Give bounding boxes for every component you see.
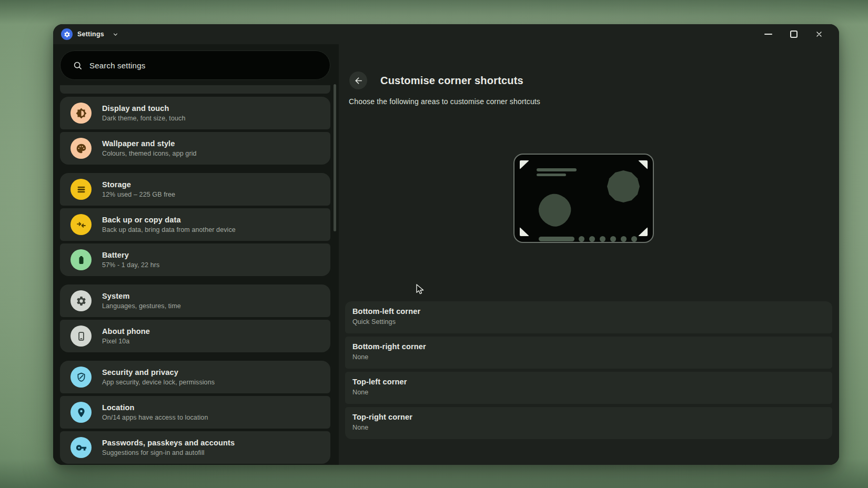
sidebar-group: Display and touch Dark theme, font size,… [60, 97, 330, 165]
maximize-icon [790, 30, 798, 38]
corner-row-title: Top-left corner [352, 378, 832, 386]
item-text: Location On/14 apps have access to locat… [102, 403, 208, 421]
sidebar-item[interactable]: Location On/14 apps have access to locat… [60, 396, 330, 429]
item-text: Display and touch Dark theme, font size,… [102, 104, 185, 122]
illustration-taskbar-dot [589, 236, 595, 242]
sidebar-group: System Languages, gestures, time About p… [60, 284, 330, 352]
search-bar[interactable]: Search settings [60, 50, 330, 80]
item-subtitle: Languages, gestures, time [102, 302, 181, 310]
item-title: Security and privacy [102, 368, 215, 377]
sidebar-item[interactable]: Display and touch Dark theme, font size,… [60, 97, 330, 129]
bottom-right-corner-marker [638, 227, 648, 236]
item-subtitle: Colours, themed icons, app grid [102, 150, 197, 157]
close-icon [815, 30, 823, 38]
minimize-button[interactable] [761, 27, 776, 42]
mouse-cursor [415, 283, 426, 296]
corner-row-value: None [352, 424, 832, 431]
passwords-icon [70, 437, 92, 458]
item-title: Wallpaper and style [102, 139, 197, 148]
sidebar: Search settings Display and touch Dark t… [53, 44, 339, 465]
back-button[interactable] [349, 72, 367, 89]
illustration-polygon-shape [607, 170, 640, 202]
chevron-down-icon[interactable] [112, 31, 119, 38]
sidebar-item[interactable]: Back up or copy data Back up data, bring… [60, 208, 330, 241]
minimize-icon [764, 34, 772, 35]
item-subtitle: Pixel 10a [102, 338, 150, 345]
illustration-taskbar-dot [610, 236, 616, 242]
window-controls [761, 27, 832, 42]
item-text: Battery 57% - 1 day, 22 hrs [102, 251, 159, 269]
page-title: Customise corner shortcuts [380, 75, 523, 87]
item-text: About phone Pixel 10a [102, 327, 150, 345]
item-title: Location [102, 403, 208, 412]
item-title: Back up or copy data [102, 216, 236, 224]
scrollbar-thumb[interactable] [334, 84, 336, 231]
corner-row-title: Bottom-right corner [352, 342, 832, 351]
app-title: Settings [77, 30, 104, 38]
search-icon [73, 60, 83, 70]
sidebar-partial-item[interactable] [60, 85, 330, 94]
system-icon [70, 290, 92, 311]
sidebar-nav: Display and touch Dark theme, font size,… [60, 85, 330, 465]
corner-row[interactable]: Bottom-left corner Quick Settings [345, 301, 832, 333]
item-text: Passwords, passkeys and accounts Suggest… [102, 439, 235, 456]
corner-row-title: Top-right corner [352, 413, 832, 421]
item-subtitle: 12% used – 225 GB free [102, 191, 175, 198]
item-title: Display and touch [102, 104, 185, 113]
item-title: Passwords, passkeys and accounts [102, 439, 235, 447]
item-text: Storage 12% used – 225 GB free [102, 180, 175, 198]
illustration-text-line [537, 168, 577, 171]
corner-row-value: None [352, 353, 832, 361]
top-right-corner-marker [638, 160, 648, 169]
item-title: Battery [102, 251, 159, 259]
sidebar-item[interactable]: Wallpaper and style Colours, themed icon… [60, 132, 330, 165]
settings-gear-icon [61, 28, 73, 40]
item-title: About phone [102, 327, 150, 336]
sidebar-item[interactable]: Battery 57% - 1 day, 22 hrs [60, 243, 330, 276]
app-menu[interactable]: Settings [61, 28, 119, 40]
illustration-taskbar-dot [631, 236, 637, 242]
item-text: Security and privacy App security, devic… [102, 368, 215, 386]
sidebar-item[interactable]: Security and privacy App security, devic… [60, 361, 330, 393]
backup-icon [70, 214, 92, 235]
item-text: System Languages, gestures, time [102, 292, 181, 310]
corner-row-value: Quick Settings [352, 318, 832, 326]
titlebar: Settings [53, 24, 839, 44]
sidebar-item[interactable]: System Languages, gestures, time [60, 284, 330, 317]
close-button[interactable] [811, 27, 826, 42]
item-subtitle: On/14 apps have access to location [102, 414, 208, 421]
window-body: Search settings Display and touch Dark t… [53, 44, 839, 465]
illustration-blob-shape [534, 190, 575, 230]
item-subtitle: Dark theme, font size, touch [102, 115, 185, 122]
item-subtitle: 57% - 1 day, 22 hrs [102, 261, 159, 269]
corner-row[interactable]: Top-left corner None [345, 372, 832, 404]
item-subtitle: Back up data, bring data from another de… [102, 226, 236, 233]
sidebar-group: Security and privacy App security, devic… [60, 361, 330, 464]
illustration-taskbar-dot [621, 236, 627, 242]
security-icon [70, 367, 92, 388]
corner-row-title: Bottom-left corner [352, 307, 832, 316]
illustration-taskbar-dot [600, 236, 605, 242]
illustration-taskbar-pill [539, 237, 574, 241]
page-subtitle: Choose the following areas to customise … [349, 97, 540, 106]
location-icon [70, 402, 92, 423]
sidebar-item[interactable]: Passwords, passkeys and accounts Suggest… [60, 431, 330, 464]
item-title: Storage [102, 180, 175, 189]
item-subtitle: Suggestions for sign-in and autofill [102, 449, 235, 456]
sidebar-group: Storage 12% used – 225 GB free Back up o… [60, 173, 330, 276]
item-title: System [102, 292, 181, 300]
corner-shortcut-list: Bottom-left corner Quick Settings Bottom… [345, 301, 832, 439]
about-phone-icon [70, 326, 92, 347]
settings-window: Settings Search settings [53, 24, 839, 465]
sidebar-item[interactable]: About phone Pixel 10a [60, 320, 330, 352]
display-touch-icon [70, 103, 92, 124]
item-text: Wallpaper and style Colours, themed icon… [102, 139, 197, 157]
corner-row[interactable]: Bottom-right corner None [345, 337, 832, 369]
corner-row[interactable]: Top-right corner None [345, 407, 832, 439]
maximize-button[interactable] [786, 27, 801, 42]
sidebar-item[interactable]: Storage 12% used – 225 GB free [60, 173, 330, 206]
desktop-wallpaper: Settings Search settings [0, 0, 868, 488]
item-subtitle: App security, device lock, permissions [102, 379, 215, 386]
illustration-taskbar-dot [579, 236, 584, 242]
main-panel: Customise corner shortcuts Choose the fo… [339, 44, 839, 465]
